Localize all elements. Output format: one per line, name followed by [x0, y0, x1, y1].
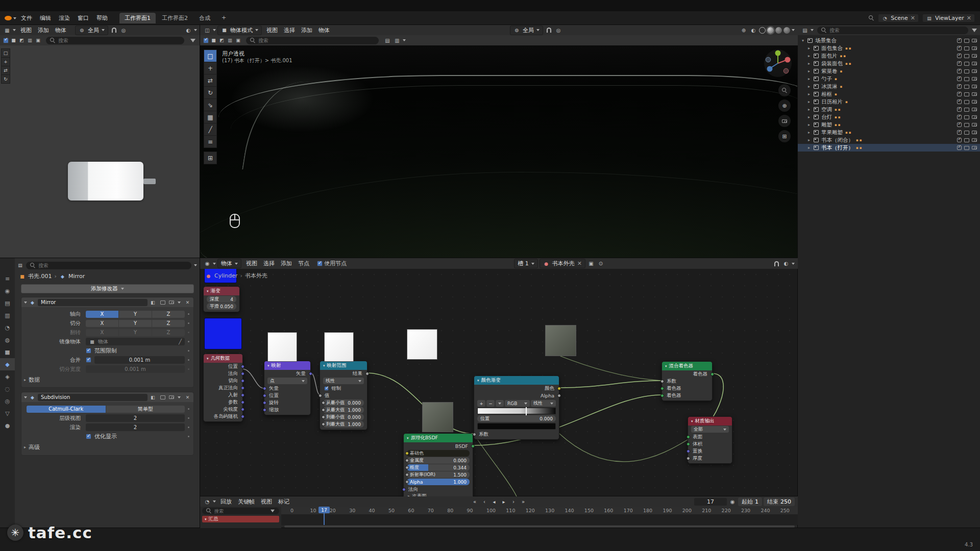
viewport-menu[interactable]: 视图: [17, 26, 35, 35]
node-output-socket-row[interactable]: 法向: [204, 370, 242, 377]
node-value-field[interactable]: 从最小值0.000: [323, 399, 364, 406]
show-gizmo-icon[interactable]: ⊕: [740, 26, 748, 34]
overlay-toggle-icon[interactable]: ◐: [184, 26, 192, 34]
mode-dropdown[interactable]: ■ 物体模式: [217, 26, 262, 35]
disable-in-render-toggle[interactable]: [972, 115, 977, 119]
merge-distance-field[interactable]: 0.001 m: [94, 356, 185, 364]
expand-arrow-icon[interactable]: ▸: [808, 69, 814, 73]
tool-search[interactable]: [246, 37, 379, 44]
shading-material-icon[interactable]: [775, 27, 782, 34]
topbar-menu[interactable]: 渲染: [55, 13, 74, 23]
properties-tab[interactable]: ◌: [0, 383, 15, 395]
render-toggle-icon[interactable]: [167, 299, 174, 306]
outliner-row[interactable]: ▸ 勺子 ▪: [798, 75, 980, 83]
expand-arrow-icon[interactable]: ▸: [808, 122, 814, 127]
hide-in-viewport-toggle[interactable]: [964, 131, 969, 135]
shading-rendered-icon[interactable]: [783, 27, 790, 34]
outliner-row[interactable]: ▸ 面包集合 ▪▪: [798, 44, 980, 52]
orientation-dropdown[interactable]: ◍ 全局: [510, 26, 543, 35]
mirror-object-field[interactable]: ■ 物体 ╱: [86, 338, 185, 345]
secondary-viewport-canvas[interactable]: □ + ⇄ ↻: [0, 45, 200, 258]
viewport-menu[interactable]: 选择: [281, 26, 298, 35]
select-mode-icon-4[interactable]: ▣: [35, 37, 41, 44]
hide-in-viewport-toggle[interactable]: [964, 100, 969, 104]
slot-dropdown[interactable]: 槽 1: [514, 259, 538, 268]
ortho-toggle-icon[interactable]: ⊞: [778, 130, 791, 142]
shading-solid-icon[interactable]: [767, 27, 774, 34]
hide-in-viewport-toggle[interactable]: [964, 146, 969, 150]
flip-z-button[interactable]: Z: [152, 329, 185, 336]
breadcrumb-object[interactable]: 书壳.001: [28, 272, 52, 280]
properties-tab[interactable]: ◔: [0, 321, 15, 334]
node-color-ramp[interactable]: ▾颜色渐变 颜色 Alpha + − RGB 线性 位置0.000 系数: [474, 375, 559, 440]
node-output-socket-row[interactable]: 参数: [204, 398, 242, 406]
shader-menu[interactable]: 节点: [295, 259, 312, 268]
tool-scale[interactable]: ⇘: [204, 98, 217, 111]
outliner-row[interactable]: ▸ 苹果雕塑 ▪▪: [798, 129, 980, 136]
outliner-search-input[interactable]: [829, 28, 964, 33]
node-mix-shader[interactable]: ▾混合着色器 着色器 系数 着色器 着色器: [662, 361, 713, 401]
exclude-checkbox[interactable]: [957, 130, 962, 135]
snap-magnet-icon[interactable]: [110, 26, 118, 34]
color-ramp-gradient[interactable]: [477, 408, 556, 414]
outliner-row[interactable]: ▾ 场景集合: [798, 37, 980, 44]
tool-annotate[interactable]: ╱: [204, 123, 217, 136]
exclude-checkbox[interactable]: [957, 84, 962, 89]
properties-filter-icon[interactable]: ▤: [17, 262, 23, 269]
pin-icon[interactable]: ⊙: [597, 260, 605, 268]
node-value-field[interactable]: 到最小值0.000: [323, 414, 364, 420]
expand-arrow-icon[interactable]: ▸: [808, 145, 814, 150]
disable-in-render-toggle[interactable]: [972, 54, 977, 58]
frame-end-field[interactable]: 结束250: [764, 497, 795, 506]
overlays-icon[interactable]: ◐: [749, 26, 757, 34]
disable-in-render-toggle[interactable]: [972, 69, 977, 73]
clipping-checkbox[interactable]: [86, 348, 91, 354]
disable-in-render-toggle[interactable]: [972, 108, 977, 111]
properties-search[interactable]: [26, 262, 191, 269]
data-subpanel-toggle[interactable]: 数据: [29, 376, 40, 384]
shading-wireframe-icon[interactable]: [759, 27, 766, 34]
mini-tool-move[interactable]: ⇄: [1, 66, 10, 75]
editor-type-caret[interactable]: [213, 29, 216, 31]
select-mode-icon-3[interactable]: ▥: [227, 37, 233, 44]
timeline-menu[interactable]: 回放: [217, 497, 235, 506]
expand-arrow-icon[interactable]: ▸: [808, 92, 814, 96]
properties-tab[interactable]: ▥: [0, 309, 15, 321]
select-mode-icon-1[interactable]: ■: [10, 37, 17, 44]
properties-tab[interactable]: ●: [0, 419, 15, 432]
disable-in-render-toggle[interactable]: [972, 100, 977, 104]
outliner-row[interactable]: ▸ 面包片 ▪▪: [798, 52, 980, 60]
disable-in-render-toggle[interactable]: [972, 131, 977, 134]
workspace-tab[interactable]: 工作界面1: [119, 13, 156, 23]
current-frame-field[interactable]: 17: [694, 498, 727, 506]
tool-transform[interactable]: ▦: [204, 111, 217, 123]
filter-icon[interactable]: [972, 29, 977, 32]
outliner-row[interactable]: ▸ 紫菜卷 ▪: [798, 67, 980, 75]
node-material-output[interactable]: ▾材质输出 全部 表面 体积 置换 厚度: [688, 416, 732, 464]
topbar-menu[interactable]: 帮助: [93, 13, 111, 23]
tool-toggle-checkbox[interactable]: [3, 38, 9, 43]
viewport-menu[interactable]: 物体: [52, 26, 69, 35]
fake-user-icon[interactable]: ▣: [587, 260, 595, 268]
disable-in-render-toggle[interactable]: [972, 62, 977, 65]
disable-in-render-toggle[interactable]: [972, 85, 977, 88]
pan-hand-icon[interactable]: ⊕: [778, 99, 791, 112]
view-layer-remove-icon[interactable]: ✕: [967, 15, 971, 21]
filter-icon[interactable]: [189, 36, 197, 44]
node-mapping[interactable]: ▾映射 矢量 点 矢量 位置 旋转 缩放: [264, 361, 311, 415]
tool-settings-icon-2[interactable]: ▥: [393, 36, 401, 44]
next-keyframe-button[interactable]: ›: [509, 498, 518, 506]
zoom-icon[interactable]: [778, 84, 791, 96]
node-gradient-texture[interactable]: ▾渐变 深度4平滑0.050: [203, 286, 240, 312]
proportional-edit-icon[interactable]: ◎: [119, 26, 128, 34]
expand-arrow-icon[interactable]: ▸: [808, 107, 814, 112]
select-mode-icon-1[interactable]: ■: [210, 37, 217, 44]
exclude-checkbox[interactable]: [957, 46, 962, 51]
viewport-menu[interactable]: 视图: [263, 26, 281, 35]
expand-arrow-icon[interactable]: ▸: [808, 138, 814, 142]
shader-menu[interactable]: 添加: [278, 259, 295, 268]
outliner-row[interactable]: ▸ 雕塑 ▪▪: [798, 121, 980, 129]
proportional-edit-icon[interactable]: ◎: [554, 26, 562, 34]
outliner-row[interactable]: ▸ 袋装面包 ▪▪: [798, 60, 980, 67]
tool-cursor[interactable]: +: [204, 62, 217, 74]
